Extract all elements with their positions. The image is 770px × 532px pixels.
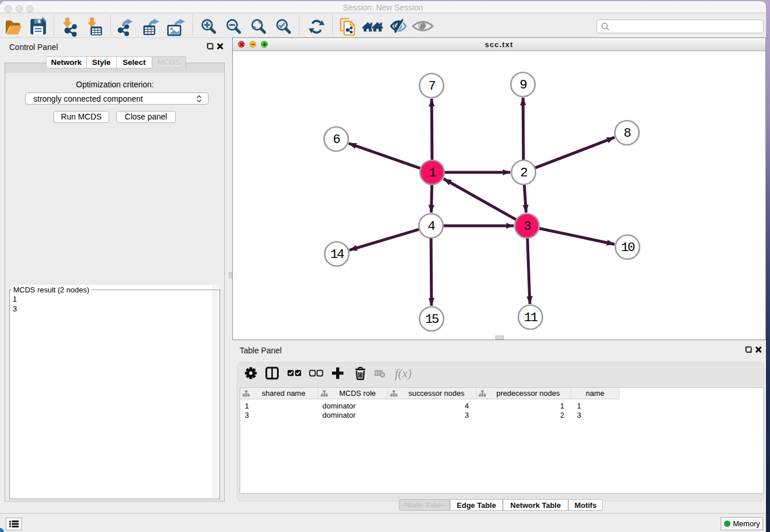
svg-text:15: 15 xyxy=(425,312,439,327)
svg-text:8: 8 xyxy=(623,126,631,141)
svg-text:10: 10 xyxy=(621,240,635,255)
svg-text:4: 4 xyxy=(428,219,435,234)
svg-text:1: 1 xyxy=(429,165,436,180)
svg-text:9: 9 xyxy=(519,78,526,92)
svg-text:11: 11 xyxy=(524,310,538,325)
svg-text:f(x): f(x) xyxy=(395,367,411,380)
svg-text:14: 14 xyxy=(330,247,344,262)
svg-text:2: 2 xyxy=(520,165,527,180)
svg-text:3: 3 xyxy=(523,219,531,234)
svg-text:7: 7 xyxy=(428,79,435,94)
svg-text:6: 6 xyxy=(333,132,340,147)
